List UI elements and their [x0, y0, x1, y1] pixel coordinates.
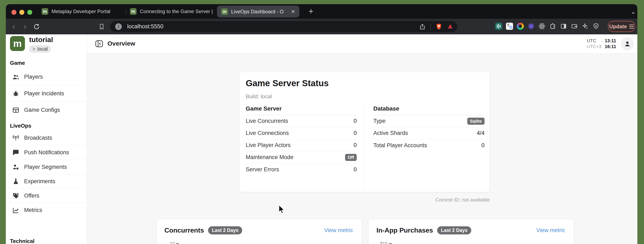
starburst-extension-icon[interactable]: [527, 22, 535, 30]
game-server-column: Game Server Live Concurrents 0 Live Conn…: [246, 105, 357, 175]
view-metric-link[interactable]: View metric: [324, 227, 353, 233]
time-range-badge: Last 2 Days: [437, 226, 471, 234]
tag-icon: [12, 192, 20, 199]
color-wheel-extension-icon[interactable]: [516, 22, 524, 30]
sidebar-item-label: Players: [24, 74, 43, 80]
share-icon[interactable]: [419, 23, 426, 30]
tab-search-chevron-icon[interactable]: ⌄: [630, 7, 637, 16]
metaplay-logo[interactable]: m: [10, 36, 25, 51]
stat-row-live-player-actors: Live Player Actors 0: [246, 139, 357, 151]
sidebar-item-metrics[interactable]: Metrics: [6, 203, 87, 217]
sidebar-item-broadcasts[interactable]: Broadcasts: [6, 131, 87, 145]
in-app-purchases-metric-card: In-App Purchases Last 2 Days View metric…: [368, 219, 574, 244]
wallet-icon[interactable]: [570, 22, 578, 30]
collapse-sidebar-button[interactable]: [94, 39, 104, 49]
sidebar-item-experiments[interactable]: Experiments: [6, 174, 87, 188]
status-badge-sqlite: Sqlite: [467, 118, 484, 125]
game-server-status-card: Game Server Status Build: local Game Ser…: [239, 72, 490, 192]
url-text[interactable]: localhost:5550: [127, 23, 164, 30]
page-title: Overview: [108, 40, 135, 47]
sidebar-item-label: Experiments: [24, 178, 55, 185]
sidebar-panel-icon[interactable]: [560, 22, 568, 30]
broadcast-icon: [12, 134, 20, 142]
reload-button[interactable]: [32, 23, 41, 31]
close-window-button[interactable]: [12, 10, 16, 15]
page-content: Game Server Status Build: local Game Ser…: [87, 53, 637, 244]
bug-icon: [12, 90, 20, 97]
translate-extension-icon[interactable]: 文G: [506, 22, 514, 30]
address-bar-actions: [419, 23, 454, 30]
tab-title: Connecting to the Game Server |: [140, 9, 213, 14]
sidebar-item-players[interactable]: Players: [6, 69, 87, 85]
sidebar-item-game-configs[interactable]: Game Configs: [6, 102, 87, 118]
site-info-icon[interactable]: i: [115, 23, 122, 30]
close-tab-icon[interactable]: ✕: [291, 9, 295, 15]
column-header: Database: [373, 105, 484, 115]
sidebar-item-player-incidents[interactable]: Player Incidents: [6, 85, 87, 102]
environment-badge[interactable]: > local: [29, 45, 51, 53]
vpn-shield-icon[interactable]: [592, 22, 600, 30]
tab-metaplay-developer-portal[interactable]: m Metaplay Developer Portal: [42, 4, 121, 19]
y-axis-tick: 10: [170, 241, 179, 244]
metric-title: In-App Purchases: [376, 226, 433, 234]
browser-window: m Metaplay Developer Portal m Connecting…: [6, 4, 637, 244]
sidebar-item-label: Player Segments: [24, 164, 67, 170]
clock-widget[interactable]: UTC 13:11 UTC+3 16:11: [587, 38, 616, 50]
stat-row-live-concurrents: Live Concurrents 0: [246, 115, 357, 127]
atom-extension-icon[interactable]: [538, 22, 546, 30]
sidebar-item-offers[interactable]: Offers: [6, 189, 87, 203]
sidebar-item-push-notifications[interactable]: Push Notifications: [6, 145, 87, 160]
tab-liveops-dashboard-active[interactable]: m LiveOps Dashboard - Overvie ✕: [217, 6, 299, 18]
forward-button[interactable]: ›: [20, 21, 30, 32]
bookmark-icon: [99, 23, 104, 30]
view-metric-link[interactable]: View metric: [536, 227, 565, 233]
extensions-puzzle-icon[interactable]: [549, 22, 557, 30]
tab-title: Metaplay Developer Portal: [52, 9, 110, 14]
new-tab-button[interactable]: +: [306, 6, 316, 16]
tab-title: LiveOps Dashboard - Overvie: [231, 9, 284, 15]
concurrents-metric-card: Concurrents Last 2 Days View metric 10: [156, 219, 362, 244]
minimize-window-button[interactable]: [19, 10, 24, 15]
address-bar-separator: [430, 24, 431, 30]
sidebar-item-label: Offers: [24, 193, 39, 199]
column-header: Game Server: [246, 105, 357, 115]
person-tag-icon: [12, 163, 20, 171]
stat-row-db-type: Type Sqlite: [373, 115, 484, 127]
leo-ai-sparkle-icon[interactable]: [581, 22, 589, 30]
bookmarks-button[interactable]: [98, 23, 106, 31]
back-button[interactable]: ‹: [9, 21, 19, 32]
analytics-extension-icon[interactable]: [495, 22, 503, 30]
metaplay-favicon: m: [221, 8, 228, 15]
stat-row-maintenance-mode: Maintenance Mode Off: [246, 151, 357, 163]
address-bar[interactable]: i localhost:5550: [110, 21, 457, 32]
update-browser-button[interactable]: Update: [608, 21, 635, 32]
person-icon: [624, 40, 631, 48]
stat-row-server-errors: Server Errors 0: [246, 163, 357, 175]
tick-mark: [389, 243, 392, 244]
metric-card-header: In-App Purchases Last 2 Days View metric: [368, 219, 574, 234]
page-header: Overview UTC 13:11 UTC+3 16:11: [87, 34, 637, 53]
zoom-window-button[interactable]: [27, 10, 32, 15]
y-axis-tick: $10: [380, 241, 392, 244]
stat-row-total-player-accounts: Total Player Accounts 0: [373, 139, 484, 151]
database-column: Database Type Sqlite Active Shards 4/4 T…: [373, 105, 484, 151]
section-label-liveops: LiveOps: [10, 123, 32, 129]
environment-name: local: [38, 46, 48, 52]
brave-shields-icon[interactable]: [435, 23, 442, 30]
sidebar-item-label: Game Configs: [24, 107, 60, 113]
reload-icon: [33, 23, 40, 30]
user-avatar[interactable]: [621, 37, 634, 50]
tab-connecting-to-game-server[interactable]: m Connecting to the Game Server |: [130, 4, 214, 19]
tab-separator: [126, 9, 126, 14]
status-badge-off: Off: [345, 154, 357, 161]
stat-row-active-shards: Active Shards 4/4: [373, 127, 484, 139]
sidebar-item-player-segments[interactable]: Player Segments: [6, 160, 87, 174]
brave-rewards-icon[interactable]: [447, 23, 454, 30]
chevron-right-icon: >: [32, 46, 35, 52]
stat-row-live-connections: Live Connections 0: [246, 127, 357, 139]
players-icon: [12, 73, 20, 81]
metaplay-favicon: m: [42, 8, 48, 15]
sidebar-item-label: Player Incidents: [24, 90, 64, 97]
card-title: Game Server Status: [246, 78, 329, 88]
build-info: Build: local: [246, 93, 272, 100]
